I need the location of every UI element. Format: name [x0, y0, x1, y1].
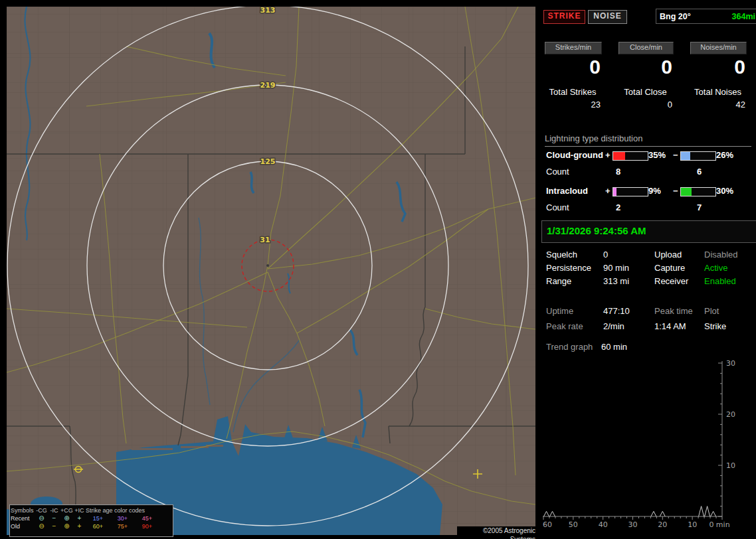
cg-negative-bar — [680, 151, 716, 161]
ic-negative-pct: 30% — [716, 186, 733, 196]
peak-rate-value: 2/min — [603, 321, 624, 331]
positive-ic-icon: + — [73, 514, 86, 522]
cg-positive-count: 8 — [616, 167, 620, 177]
age-code: 60+ — [86, 522, 110, 530]
age-code: 15+ — [86, 514, 110, 522]
total-strikes-value: 23 — [545, 100, 607, 110]
range-ring-label: 31 — [260, 236, 270, 244]
ic-negative-bar — [680, 187, 716, 196]
intracloud-label: Intracloud — [546, 186, 588, 196]
datetime-display: 1/31/2026 9:24:56 AM — [541, 220, 756, 243]
x-tick-label: 10 — [688, 520, 697, 529]
strike-mode-button[interactable]: STRIKE — [543, 10, 585, 24]
peak-time-label: Peak time — [654, 306, 693, 316]
cg-negative-bar-fill — [681, 152, 690, 160]
bearing-readout: Bng 20° 364mi — [656, 9, 756, 24]
legend-type-header: +CG — [60, 506, 73, 514]
status-sidebar: STRIKE NOISE Bng 20° 364mi Strikes/min C… — [541, 7, 753, 535]
persistence-label: Persistence — [546, 263, 591, 273]
ic-negative-count: 7 — [697, 202, 702, 212]
plus-sign: + — [605, 150, 611, 160]
x-tick-label: 50 — [569, 520, 578, 529]
ic-positive-bar — [613, 187, 648, 196]
uptime-label: Uptime — [546, 306, 573, 316]
x-tick-label: 40 — [599, 520, 608, 529]
plot-label: Plot — [704, 306, 719, 316]
map-canvas: 313 219 125 31 — [7, 7, 535, 535]
positive-cg-icon: ⊕ — [60, 522, 73, 530]
noise-mode-button[interactable]: NOISE — [588, 10, 627, 24]
ic-positive-count: 2 — [616, 202, 620, 212]
squelch-value: 0 — [603, 250, 608, 260]
receiver-status: Enabled — [704, 276, 736, 286]
close-per-min-header[interactable]: Close/min — [618, 42, 674, 54]
y-tick-label: 30 — [726, 359, 735, 368]
noises-per-min-value: 0 — [690, 56, 751, 78]
plot-mode-value: Strike — [704, 321, 726, 331]
peak-rate-label: Peak rate — [546, 321, 583, 331]
legend-row-label: Recent — [11, 514, 35, 522]
x-tick-label: 30 — [628, 520, 638, 529]
upload-label: Upload — [654, 250, 682, 260]
y-tick-label: 20 — [726, 410, 735, 419]
trend-graph: 30 20 10 60 50 40 30 20 10 0 min — [541, 357, 753, 535]
bearing-range-value: 364mi — [732, 12, 755, 21]
distribution-title: Lightning type distribution — [545, 133, 751, 147]
legend-type-header: -IC — [48, 506, 60, 514]
peak-time-value: 1:14 AM — [654, 321, 686, 331]
age-code: 30+ — [110, 514, 135, 522]
total-close-label: Total Close — [618, 87, 672, 97]
noises-per-min-header[interactable]: Noises/min — [690, 42, 747, 54]
strikes-per-min-value: 0 — [545, 56, 606, 78]
x-tick-label: 20 — [658, 520, 667, 529]
trend-graph-label: Trend graph — [546, 342, 593, 352]
total-close-value: 0 — [618, 100, 679, 110]
x-axis-end-label: 0 min — [709, 520, 729, 529]
map-legend: Symbols -CG -IC +CG +IC Strike age color… — [9, 504, 173, 537]
minus-sign: − — [673, 150, 678, 160]
bearing-value: Bng 20° — [660, 12, 691, 21]
strikes-per-min-header[interactable]: Strikes/min — [545, 42, 602, 54]
trend-window-value: 60 min — [601, 342, 627, 352]
uptime-value: 477:10 — [603, 306, 630, 316]
copyright-notice: ©2005 Astrogenic Systems — [457, 526, 537, 535]
negative-cg-icon: ⊖ — [35, 514, 48, 522]
range-ring-label: 313 — [260, 7, 276, 15]
age-code: 45+ — [135, 514, 159, 522]
range-ring-label: 219 — [260, 81, 276, 90]
negative-cg-icon: ⊖ — [35, 522, 48, 530]
legend-symbols-header: Symbols — [11, 506, 35, 514]
cg-positive-bar-fill — [613, 152, 625, 160]
total-strikes-label: Total Strikes — [545, 87, 601, 97]
legend-type-header: -CG — [35, 506, 48, 514]
capture-label: Capture — [654, 263, 685, 273]
trend-axis-ticks — [543, 363, 722, 520]
cloud-ground-label: Cloud-ground — [546, 150, 603, 160]
upload-status: Disabled — [704, 250, 738, 260]
x-tick-label: 60 — [543, 520, 552, 529]
range-value: 313 mi — [603, 276, 629, 286]
cg-positive-pct: 35% — [648, 150, 666, 160]
legend-row-label: Old — [11, 522, 35, 530]
count-label: Count — [546, 167, 569, 177]
close-per-min-value: 0 — [618, 56, 678, 78]
minus-sign: − — [673, 186, 678, 196]
capture-status: Active — [704, 263, 727, 273]
receiver-label: Receiver — [654, 276, 688, 286]
negative-ic-icon: − — [48, 514, 60, 522]
positive-ic-icon: + — [73, 522, 86, 530]
negative-ic-icon: − — [48, 522, 60, 530]
total-noises-label: Total Noises — [690, 87, 745, 97]
range-ring-label: 125 — [260, 157, 276, 166]
trend-data-spikes — [544, 506, 716, 516]
ic-positive-bar-fill — [613, 188, 616, 196]
squelch-label: Squelch — [546, 250, 577, 260]
positive-cg-icon: ⊕ — [60, 514, 73, 522]
cg-negative-pct: 26% — [716, 150, 733, 160]
lightning-map[interactable]: 313 219 125 31 — [7, 7, 535, 535]
total-noises-value: 42 — [690, 100, 752, 110]
count-label: Count — [546, 202, 569, 212]
age-code: 90+ — [135, 522, 159, 530]
legend-age-header: Strike age color codes — [86, 506, 159, 514]
legend-type-header: +IC — [73, 506, 86, 514]
